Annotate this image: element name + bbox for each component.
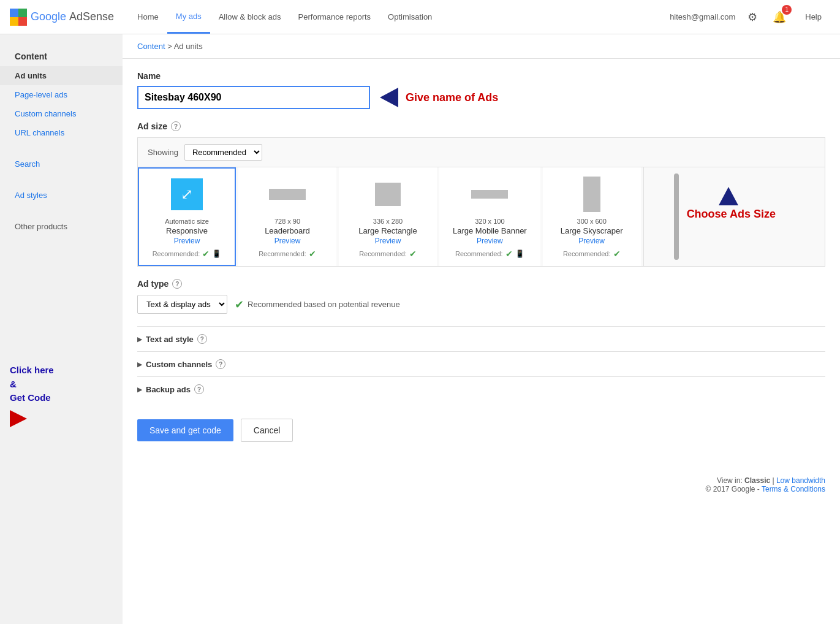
- svg-rect-2: [18, 9, 27, 17]
- sidebar-item-search[interactable]: Search: [0, 154, 123, 173]
- cancel-button[interactable]: Cancel: [241, 419, 293, 442]
- large-mobile-recommended: Recommended: ✔ 📱: [455, 249, 524, 259]
- skyscraper-preview-link[interactable]: Preview: [578, 237, 605, 245]
- ad-size-box: Showing Recommended ⤢ Automatic size: [137, 137, 825, 267]
- sidebar-item-other-products[interactable]: Other products: [0, 217, 123, 236]
- logo-text: Google AdSense: [31, 10, 114, 23]
- custom-channels-section: ▶ Custom channels ?: [137, 351, 825, 376]
- ad-size-label: Ad size ?: [137, 121, 825, 131]
- main-content: Content > Ad units Name Give name of Ads…: [123, 34, 840, 624]
- ad-type-dropdown[interactable]: Text & display ads: [137, 295, 227, 314]
- leaderboard-recommended: Recommended: ✔: [259, 249, 316, 259]
- ad-type-section: Ad type ? Text & display ads ✔ Recommend…: [137, 279, 825, 314]
- footer-low-bandwidth-link[interactable]: Low bandwidth: [776, 476, 825, 485]
- showing-label: Showing: [148, 148, 178, 157]
- ad-size-help-icon[interactable]: ?: [171, 121, 181, 131]
- large-rect-shape: [375, 183, 401, 206]
- responsive-dims: Automatic size: [165, 218, 209, 225]
- sidebar-content-title: Content: [0, 47, 123, 66]
- sidebar-item-page-level-ads[interactable]: Page-level ads: [0, 85, 123, 104]
- large-mobile-dims: 320 x 100: [475, 218, 504, 225]
- large-mobile-preview-icon: [471, 176, 508, 213]
- custom-channels-toggle[interactable]: ▶ Custom channels ?: [137, 359, 825, 369]
- leaderboard-preview-icon: [269, 176, 306, 213]
- arrow-annotation-row: Give name of Ads: [380, 88, 498, 107]
- form-area: Name Give name of Ads Ad size ? Showing …: [123, 59, 840, 464]
- skyscraper-name: Large Skyscraper: [561, 226, 623, 235]
- arrow-right-annotation: [10, 410, 113, 432]
- logo: Google AdSense: [10, 9, 114, 26]
- choose-ads-size-annotation: Choose Ads Size: [682, 187, 776, 221]
- leaderboard-dims: 728 x 90: [274, 218, 300, 225]
- ad-name-input[interactable]: [137, 86, 370, 109]
- skyscraper-recommended: Recommended: ✔: [563, 249, 621, 259]
- svg-rect-0: [10, 17, 18, 26]
- text-ad-style-help-icon[interactable]: ?: [197, 334, 207, 344]
- ad-size-large-rectangle[interactable]: 336 x 280 Large Rectangle Preview Recomm…: [339, 167, 437, 266]
- text-ad-style-toggle[interactable]: ▶ Text ad style ?: [137, 334, 825, 344]
- blue-arrow-left-icon: [380, 88, 398, 107]
- nav-my-ads[interactable]: My ads: [167, 0, 210, 34]
- leaderboard-name: Leaderboard: [265, 226, 310, 235]
- large-rect-preview-link[interactable]: Preview: [375, 237, 401, 245]
- backup-ads-help-icon[interactable]: ?: [194, 384, 204, 394]
- footer-view-in: View in: Classic | Low bandwidth: [137, 476, 825, 485]
- skyscraper-preview-icon: [573, 176, 610, 213]
- scrollbar-indicator: [674, 173, 679, 260]
- large-mobile-check-icon: ✔: [505, 249, 513, 259]
- blue-arrow-up-icon: [719, 187, 738, 205]
- ad-type-help-icon[interactable]: ?: [172, 279, 182, 289]
- nav-optimisation[interactable]: Optimisation: [379, 0, 441, 34]
- text-ad-style-section: ▶ Text ad style ?: [137, 326, 825, 351]
- responsive-shape: ⤢: [171, 178, 203, 210]
- action-buttons-row: Save and get code Cancel: [137, 409, 825, 452]
- large-rect-recommended: Recommended: ✔: [359, 249, 417, 259]
- footer-terms-link[interactable]: Terms & Conditions: [762, 485, 825, 493]
- large-rect-name: Large Rectangle: [358, 226, 417, 235]
- ad-size-leaderboard[interactable]: 728 x 90 Leaderboard Preview Recommended…: [238, 167, 336, 266]
- more-ad-sizes-indicator: [643, 167, 680, 266]
- settings-button[interactable]: ⚙: [743, 7, 762, 27]
- notifications-area: 🔔 1: [770, 7, 789, 27]
- large-mobile-preview-link[interactable]: Preview: [477, 237, 503, 245]
- showing-dropdown[interactable]: Recommended: [184, 144, 262, 161]
- sidebar-item-ad-styles[interactable]: Ad styles: [0, 186, 123, 205]
- ad-size-large-mobile-banner[interactable]: 320 x 100 Large Mobile Banner Preview Re…: [439, 167, 540, 266]
- large-rect-dims: 336 x 280: [373, 218, 403, 225]
- nav-performance[interactable]: Performance reports: [290, 0, 380, 34]
- footer: View in: Classic | Low bandwidth © 2017 …: [123, 464, 840, 501]
- ad-type-row: Text & display ads ✔ Recommended based o…: [137, 295, 825, 314]
- large-mobile-mobile-icon: 📱: [515, 249, 524, 258]
- breadcrumb-current: Ad units: [174, 42, 203, 51]
- nav-allow-block[interactable]: Allow & block ads: [210, 0, 290, 34]
- svg-rect-3: [18, 17, 27, 26]
- save-and-get-code-button[interactable]: Save and get code: [137, 419, 233, 441]
- sidebar-item-ad-units[interactable]: Ad units: [0, 66, 123, 85]
- responsive-preview-link[interactable]: Preview: [174, 237, 200, 245]
- nav-help[interactable]: Help: [796, 12, 830, 21]
- leaderboard-preview-link[interactable]: Preview: [274, 237, 301, 245]
- nav-right-area: hitesh@gmail.com ⚙ 🔔 1 Help: [670, 7, 830, 27]
- sidebar-item-custom-channels[interactable]: Custom channels: [0, 104, 123, 123]
- sidebar-item-url-channels[interactable]: URL channels: [0, 123, 123, 142]
- backup-ads-toggle[interactable]: ▶ Backup ads ?: [137, 384, 825, 394]
- backup-ads-section: ▶ Backup ads ?: [137, 376, 825, 401]
- custom-channels-help-icon[interactable]: ?: [216, 359, 225, 369]
- ad-size-responsive[interactable]: ⤢ Automatic size Responsive Preview Reco…: [138, 167, 236, 266]
- name-label: Name: [137, 71, 825, 81]
- responsive-mobile-icon: 📱: [212, 249, 221, 258]
- large-mobile-name: Large Mobile Banner: [453, 226, 527, 235]
- ad-type-label: Ad type ?: [137, 279, 825, 289]
- responsive-name: Responsive: [166, 226, 208, 235]
- nav-home[interactable]: Home: [129, 0, 167, 34]
- footer-classic: Classic: [744, 476, 770, 485]
- skyscraper-shape: [583, 177, 600, 212]
- text-ad-style-label: Text ad style: [146, 335, 194, 344]
- breadcrumb-content-link[interactable]: Content: [137, 42, 165, 51]
- ad-size-large-skyscraper[interactable]: 300 x 600 Large Skyscraper Preview Recom…: [543, 167, 641, 266]
- responsive-recommended: Recommended: ✔ 📱: [153, 249, 222, 259]
- ad-type-check-icon: ✔: [235, 298, 244, 311]
- backup-ads-triangle-icon: ▶: [137, 386, 142, 393]
- custom-channels-label: Custom channels: [146, 360, 212, 369]
- name-row: Give name of Ads: [137, 86, 825, 109]
